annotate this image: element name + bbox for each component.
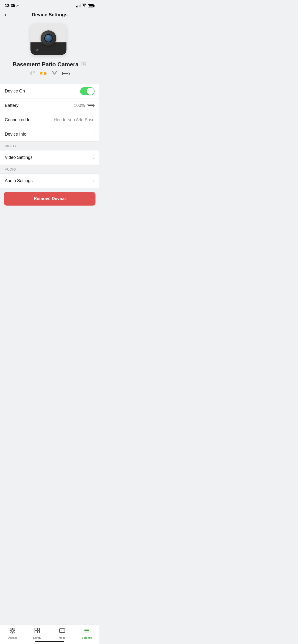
motion-line-1 [40,72,43,72]
device-on-toggle[interactable]: I [80,87,95,95]
audio-settings-chevron: › [93,178,95,183]
battery-value: 100% [74,103,95,108]
battery-percentage: 100% [74,103,85,108]
edit-icon[interactable] [81,61,87,68]
battery-row: Battery 100% [0,98,99,113]
camera-image: arlo [31,24,69,57]
camera-brand: arlo [35,49,39,52]
video-settings-label: Video Settings [5,155,33,160]
camera-battery-icon [62,72,70,75]
toggle-knob [87,88,94,95]
camera-status-icons [29,70,70,77]
settings-list: Device On I Battery 100% Connected to He… [0,84,99,142]
audio-settings-label: Audio Settings [5,178,33,183]
status-time: 12:35 ↗ [5,3,19,8]
motion-line-3 [40,74,43,75]
wifi-icon [51,71,58,76]
motion-line-2 [40,73,42,74]
page-title: Device Settings [32,12,68,18]
audio-section-header: AUDIO [0,165,99,174]
audio-settings-row[interactable]: Audio Settings › [0,174,99,188]
status-bar: 12:35 ↗ [0,0,99,10]
device-info-row[interactable]: Device Info › [0,127,99,142]
device-info-chevron: › [93,132,95,137]
device-info-label: Device Info [5,132,26,137]
audio-header-text: AUDIO [5,168,16,171]
video-settings-list: Video Settings › [0,150,99,165]
device-on-row: Device On I [0,84,99,98]
camera-body: arlo [31,24,66,55]
connected-to-label: Connected to [5,118,31,122]
audio-settings-list: Audio Settings › [0,174,99,188]
connected-to-device: Henderson Arlo Base [54,118,95,122]
motion-dot [44,72,47,75]
battery-label: Battery [5,103,19,108]
connected-to-value: Henderson Arlo Base [54,118,95,122]
video-settings-row[interactable]: Video Settings › [0,150,99,165]
signal-bar-1 [76,6,77,8]
camera-name-row: Basement Patio Camera [13,61,87,68]
toggle-i-label: I [83,89,83,93]
camera-lens-outer [41,30,56,46]
video-settings-chevron: › [93,155,95,160]
connected-to-row: Connected to Henderson Arlo Base [0,113,99,127]
back-button[interactable]: ‹ [5,12,7,18]
tab-bar-spacer [0,212,99,233]
signal-bar-4 [80,4,81,8]
battery-row-icon [87,104,95,107]
wifi-status-icon [82,4,86,8]
signal-bars [76,4,81,8]
speaker-icon [29,70,35,77]
nav-header: ‹ Device Settings [0,10,99,21]
camera-lens-inner [44,34,53,42]
device-on-label: Device On [5,89,25,94]
motion-icon [40,72,47,75]
signal-bar-2 [77,6,78,8]
status-icons [76,4,95,8]
video-section-header: VIDEO [0,142,99,150]
remove-device-button[interactable]: Remove Device [4,192,95,206]
camera-name: Basement Patio Camera [13,61,79,68]
location-icon: ↗ [16,4,19,8]
signal-bar-3 [79,5,79,8]
battery-status-icon [88,4,95,8]
video-header-text: VIDEO [5,144,16,148]
camera-section: arlo Basement Patio Camera [0,21,99,84]
content-area: Remove Device [0,192,99,212]
time-label: 12:35 [5,3,15,8]
